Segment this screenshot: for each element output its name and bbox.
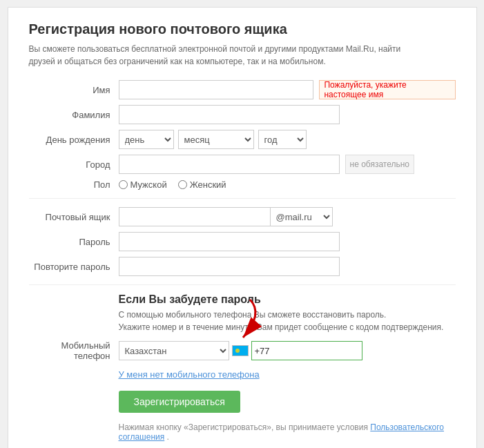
email-input-group: @mail.ru @inbox.ru @list.ru @bk.ru	[119, 207, 333, 226]
phone-prefix: +77	[251, 341, 273, 360]
phone-flag-icon	[232, 345, 249, 356]
city-input[interactable]	[119, 155, 340, 174]
registration-form-container: Регистрация нового почтового ящика Вы см…	[8, 7, 477, 448]
footer-note-prefix: Нажимая кнопку «Зарегистрироваться», вы …	[119, 422, 368, 432]
recovery-section: Если Вы забудете пароль С помощью мобиль…	[29, 293, 456, 361]
recovery-description: С помощью мобильного телефона Вы сможете…	[119, 309, 450, 333]
surname-label: Фамилия	[29, 110, 119, 120]
password-label: Пароль	[29, 237, 119, 247]
phone-row: Мобильный телефон Казахстан Россия Украи…	[29, 340, 456, 361]
password-repeat-label: Повторите пароль	[29, 262, 119, 272]
password-repeat-row: Повторите пароль	[29, 257, 456, 276]
footer-note: Нажимая кнопку «Зарегистрироваться», вы …	[119, 422, 456, 442]
no-phone-link-container: У меня нет мобильного телефона	[119, 369, 456, 380]
section-divider-2	[29, 284, 456, 285]
gender-female-text: Женский	[190, 179, 226, 190]
surname-input[interactable]	[119, 105, 340, 124]
email-input[interactable]	[119, 207, 271, 226]
city-label: Город	[29, 159, 119, 170]
email-label: Почтовый ящик	[29, 212, 119, 222]
password-input[interactable]	[119, 232, 340, 251]
gender-male-radio[interactable]	[119, 180, 128, 189]
phone-label: Мобильный телефон	[29, 340, 119, 361]
password-repeat-input[interactable]	[119, 257, 340, 276]
name-hint: Пожалуйста, укажите настоящее имя	[319, 80, 455, 99]
birthday-day-select[interactable]: день	[119, 130, 174, 149]
birthday-year-select[interactable]: год	[258, 130, 307, 149]
gender-female-label[interactable]: Женский	[178, 179, 226, 190]
register-button[interactable]: Зарегистрироваться	[119, 391, 240, 413]
name-label: Имя	[29, 85, 119, 95]
birthday-label: День рождения	[29, 135, 119, 145]
name-row: Имя Пожалуйста, укажите настоящее имя	[29, 80, 456, 99]
city-optional-hint: не обязательно	[345, 155, 415, 174]
recovery-title: Если Вы забудете пароль	[119, 293, 456, 306]
gender-male-label[interactable]: Мужской	[119, 179, 167, 190]
gender-label: Пол	[29, 179, 119, 190]
password-row: Пароль	[29, 232, 456, 251]
birthday-selects: день месяц год	[119, 130, 311, 149]
no-phone-link[interactable]: У меня нет мобильного телефона	[119, 369, 260, 380]
svg-point-1	[235, 349, 240, 353]
gender-female-radio[interactable]	[178, 180, 187, 189]
page-title: Регистрация нового почтового ящика	[29, 21, 456, 37]
city-row: Город не обязательно	[29, 155, 456, 174]
register-row: Зарегистрироваться	[119, 391, 456, 413]
birthday-month-select[interactable]: месяц	[178, 130, 254, 149]
phone-input-group: Казахстан Россия Украина Беларусь +77	[119, 341, 362, 360]
phone-number-input[interactable]	[273, 341, 362, 360]
gender-row: Пол Мужской Женский	[29, 179, 456, 190]
svg-rect-0	[233, 346, 248, 356]
email-domain-select[interactable]: @mail.ru @inbox.ru @list.ru @bk.ru	[271, 207, 333, 226]
phone-country-select[interactable]: Казахстан Россия Украина Беларусь	[119, 341, 229, 360]
name-input[interactable]	[119, 80, 314, 99]
section-divider-1	[29, 198, 456, 199]
footer-note-suffix: .	[167, 432, 169, 442]
page-subtitle: Вы сможете пользоваться бесплатной элект…	[29, 43, 409, 68]
gender-options: Мужской Женский	[119, 179, 226, 190]
surname-row: Фамилия	[29, 105, 456, 124]
email-row: Почтовый ящик @mail.ru @inbox.ru @list.r…	[29, 207, 456, 226]
gender-male-text: Мужской	[130, 179, 167, 190]
birthday-row: День рождения день месяц год	[29, 130, 456, 149]
